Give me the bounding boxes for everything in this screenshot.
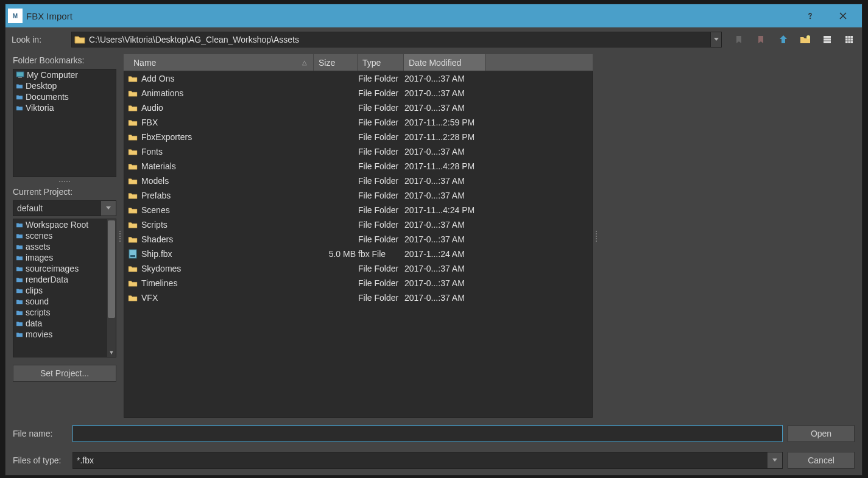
bookmark-item[interactable]: Viktoria xyxy=(13,102,116,113)
file-name: Scenes xyxy=(141,205,170,215)
file-type: File Folder xyxy=(358,264,404,273)
splitter-horizontal[interactable] xyxy=(13,180,116,183)
close-button[interactable] xyxy=(827,4,859,27)
window-title: FBX Import xyxy=(26,11,72,21)
lookin-label: Look in: xyxy=(12,35,66,44)
workspace-label: scripts xyxy=(26,308,50,317)
list-view-icon[interactable] xyxy=(820,33,834,46)
file-row[interactable]: TimelinesFile Folder2017-0...:37 AM xyxy=(124,276,592,290)
splitter-left[interactable] xyxy=(118,231,122,242)
workspace-item[interactable]: sourceimages xyxy=(13,263,116,274)
new-folder-icon[interactable] xyxy=(799,33,812,46)
filetype-combo[interactable]: *.fbx xyxy=(72,452,783,469)
bottom-area: File name: Open Files of type: *.fbx Can… xyxy=(5,423,862,475)
workspace-list[interactable]: ▼ Workspace Rootscenesassetsimagessource… xyxy=(13,219,116,357)
file-row[interactable]: PrefabsFile Folder2017-0...:37 AM xyxy=(124,188,592,203)
file-row[interactable]: Ship.fbx5.0 MBfbx File2017-1...:24 AM xyxy=(124,247,592,261)
workspace-item[interactable]: renderData xyxy=(13,274,116,285)
filename-input[interactable] xyxy=(72,425,783,442)
project-dropdown-arrow[interactable] xyxy=(101,201,116,216)
svg-rect-5 xyxy=(845,36,853,43)
file-name: Shaders xyxy=(141,234,173,244)
file-row[interactable]: ScenesFile Folder2017-11...4:24 PM xyxy=(124,203,592,217)
file-type: File Folder xyxy=(358,220,404,230)
maya-icon: M xyxy=(8,9,23,23)
file-date: 2017-0...:37 AM xyxy=(404,264,592,273)
bookmark-item[interactable]: Documents xyxy=(13,91,116,102)
file-row[interactable]: FBXFile Folder2017-11...2:59 PM xyxy=(124,115,592,130)
file-row[interactable]: Add OnsFile Folder2017-0...:37 AM xyxy=(124,71,592,86)
current-project-label: Current Project: xyxy=(13,186,116,198)
workspace-item[interactable]: clips xyxy=(13,285,116,296)
open-button[interactable]: Open xyxy=(788,425,855,442)
project-combo[interactable]: default xyxy=(13,200,116,216)
lookin-row: Look in: C:\Users\Viktoria\Desktop\AG_Cl… xyxy=(5,27,862,52)
file-row[interactable]: ShadersFile Folder2017-0...:37 AM xyxy=(124,232,592,247)
fbx-import-dialog: M FBX Import Look in: C:\Users\Viktoria\… xyxy=(5,4,863,476)
file-row[interactable]: MaterialsFile Folder2017-11...4:28 PM xyxy=(124,159,592,174)
workspace-item[interactable]: images xyxy=(13,252,116,263)
file-name: FbxExporters xyxy=(141,132,192,142)
file-name: Audio xyxy=(141,103,163,113)
file-row[interactable]: VFXFile Folder2017-0...:37 AM xyxy=(124,290,592,305)
workspace-label: clips xyxy=(26,286,43,295)
bookmark-item[interactable]: Desktop xyxy=(13,80,116,91)
workspace-item[interactable]: data xyxy=(13,318,116,329)
file-date: 2017-0...:37 AM xyxy=(404,293,592,303)
file-date: 2017-0...:37 AM xyxy=(404,103,592,113)
set-project-button[interactable]: Set Project... xyxy=(13,365,116,382)
file-row[interactable]: FontsFile Folder2017-0...:37 AM xyxy=(124,144,592,159)
help-icon xyxy=(806,12,814,20)
splitter-right[interactable] xyxy=(594,231,599,242)
file-size: 5.0 MB xyxy=(314,249,358,259)
workspace-label: movies xyxy=(26,329,52,339)
header-name[interactable]: Name△ xyxy=(124,54,314,71)
workspace-item[interactable]: assets xyxy=(13,241,116,252)
detail-view-icon[interactable] xyxy=(842,33,856,46)
path-dropdown-arrow[interactable] xyxy=(710,32,721,47)
header-type[interactable]: Type xyxy=(358,54,404,71)
path-combo[interactable]: C:\Users\Viktoria\Desktop\AG_Clean_Works… xyxy=(71,32,722,47)
chevron-down-icon xyxy=(714,38,719,41)
file-row[interactable]: AudioFile Folder2017-0...:37 AM xyxy=(124,100,592,115)
workspace-item[interactable]: movies xyxy=(13,329,116,340)
file-name: Prefabs xyxy=(141,191,171,200)
titlebar: M FBX Import xyxy=(5,4,862,27)
path-text: C:\Users\Viktoria\Desktop\AG_Clean_Works… xyxy=(89,35,299,44)
file-name: Skydomes xyxy=(141,264,181,273)
file-date: 2017-0...:37 AM xyxy=(404,220,592,230)
file-name: Add Ons xyxy=(141,74,174,83)
up-folder-icon[interactable] xyxy=(777,33,790,46)
file-date: 2017-0...:37 AM xyxy=(404,147,592,156)
cancel-button[interactable]: Cancel xyxy=(788,452,855,469)
filetype-dropdown-arrow[interactable] xyxy=(767,452,782,468)
file-name: Models xyxy=(141,176,169,186)
workspace-label: data xyxy=(26,318,42,328)
bookmark-item[interactable]: My Computer xyxy=(13,69,116,80)
file-row[interactable]: AnimationsFile Folder2017-0...:37 AM xyxy=(124,86,592,100)
file-row[interactable]: FbxExportersFile Folder2017-11...2:28 PM xyxy=(124,130,592,144)
workspace-item[interactable]: Workspace Root xyxy=(13,219,116,230)
file-name: Timelines xyxy=(141,278,177,288)
bookmark-back-icon[interactable] xyxy=(733,33,746,46)
help-button[interactable] xyxy=(794,4,827,27)
file-row[interactable]: ModelsFile Folder2017-0...:37 AM xyxy=(124,174,592,188)
file-name: Ship.fbx xyxy=(141,249,172,259)
file-list[interactable]: Add OnsFile Folder2017-0...:37 AMAnimati… xyxy=(124,71,593,418)
file-date: 2017-0...:37 AM xyxy=(404,191,592,200)
header-date[interactable]: Date Modified xyxy=(404,54,485,71)
bookmarks-list[interactable]: My ComputerDesktopDocumentsViktoria xyxy=(13,69,116,177)
file-row[interactable]: ScriptsFile Folder2017-0...:37 AM xyxy=(124,217,592,232)
filename-label: File name: xyxy=(13,429,68,438)
file-row[interactable]: SkydomesFile Folder2017-0...:37 AM xyxy=(124,261,592,276)
workspace-item[interactable]: scripts xyxy=(13,307,116,318)
bookmark-add-icon[interactable] xyxy=(755,33,768,46)
workspace-scrollbar[interactable]: ▼ xyxy=(107,219,116,357)
file-type: File Folder xyxy=(358,293,404,303)
workspace-item[interactable]: scenes xyxy=(13,230,116,241)
project-value: default xyxy=(17,203,43,213)
file-type: fbx File xyxy=(358,249,404,259)
header-size[interactable]: Size xyxy=(314,54,358,71)
workspace-label: sound xyxy=(26,297,49,306)
workspace-item[interactable]: sound xyxy=(13,296,116,307)
